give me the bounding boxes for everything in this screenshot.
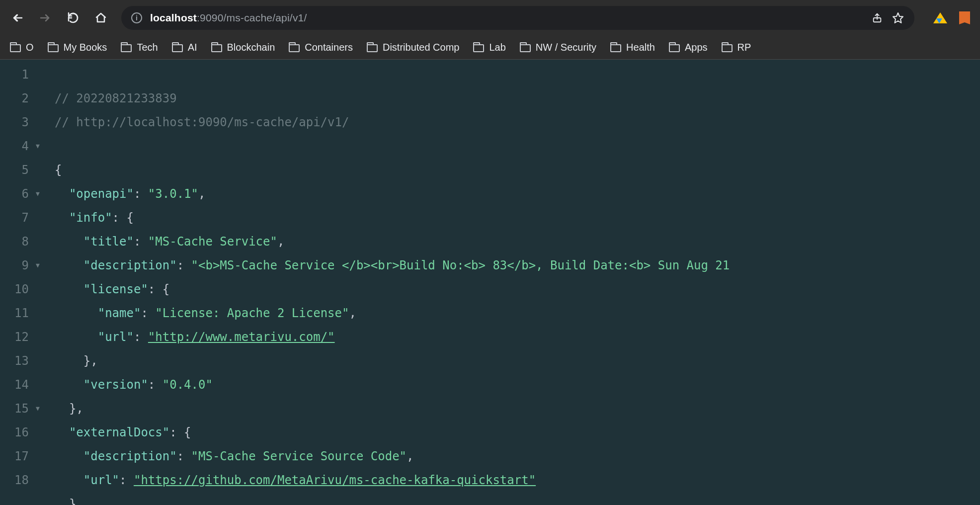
json-key: "description" bbox=[83, 258, 177, 272]
folder-icon bbox=[367, 44, 378, 52]
line-number: 5 bbox=[0, 158, 29, 182]
folder-icon bbox=[610, 44, 621, 52]
json-string: "3.0.1" bbox=[148, 187, 198, 201]
json-string: "0.4.0" bbox=[163, 378, 213, 392]
bookmark-folder[interactable]: NW / Security bbox=[520, 42, 596, 53]
line-number: 6 bbox=[0, 182, 29, 206]
code-brace: }, bbox=[69, 497, 83, 505]
reload-icon bbox=[67, 12, 79, 24]
code-brace: }, bbox=[83, 354, 98, 368]
json-url-link[interactable]: "https://github.com/MetaArivu/ms-cache-k… bbox=[134, 473, 536, 487]
home-button[interactable] bbox=[93, 10, 108, 25]
url-port: :9090 bbox=[197, 12, 224, 23]
bookmark-extension-icon[interactable] bbox=[959, 11, 970, 24]
folder-icon bbox=[669, 44, 680, 52]
share-icon[interactable] bbox=[871, 11, 884, 24]
folder-icon bbox=[289, 44, 300, 52]
browser-toolbar: i localhost:9090/ms-cache/api/v1/ bbox=[0, 0, 980, 36]
site-info-icon[interactable]: i bbox=[131, 12, 142, 23]
json-key: "url" bbox=[83, 473, 119, 487]
bookmark-label: Blockchain bbox=[227, 42, 275, 53]
bookmark-label: My Books bbox=[64, 42, 107, 53]
json-key: "info" bbox=[69, 211, 112, 225]
line-number: 3 bbox=[0, 110, 29, 134]
code-content[interactable]: // 20220821233839 // http://localhost:90… bbox=[50, 60, 730, 505]
json-key: "description" bbox=[83, 449, 177, 463]
url-host: localhost bbox=[150, 12, 197, 23]
extension-icons bbox=[927, 11, 970, 24]
line-number: 14 bbox=[0, 373, 29, 397]
line-number: 13 bbox=[0, 349, 29, 373]
line-number: 17 bbox=[0, 444, 29, 468]
line-number: 4 bbox=[0, 134, 29, 158]
bookmark-folder[interactable]: Blockchain bbox=[211, 42, 275, 53]
fold-toggle-icon[interactable]: ▼ bbox=[36, 134, 50, 158]
reload-button[interactable] bbox=[66, 10, 81, 25]
line-number: 7 bbox=[0, 206, 29, 230]
line-number: 8 bbox=[0, 230, 29, 253]
bookmark-label: Apps bbox=[685, 42, 708, 53]
json-string: "MS-Cache Service Source Code" bbox=[191, 449, 407, 463]
bookmark-label: AI bbox=[188, 42, 197, 53]
bookmark-folder[interactable]: My Books bbox=[48, 42, 107, 53]
bookmark-label: Lab bbox=[489, 42, 505, 53]
bookmark-folder[interactable]: Distributed Comp bbox=[367, 42, 460, 53]
bookmark-label: Tech bbox=[137, 42, 158, 53]
drive-extension-icon[interactable] bbox=[933, 12, 947, 23]
bookmark-label: NW / Security bbox=[536, 42, 596, 53]
json-string: "<b>MS-Cache Service </b><br>Build No:<b… bbox=[191, 258, 730, 272]
arrow-right-icon bbox=[39, 12, 51, 24]
line-number: 1 bbox=[0, 63, 29, 86]
forward-button[interactable] bbox=[38, 10, 53, 25]
bookmark-folder[interactable]: AI bbox=[172, 42, 197, 53]
bookmark-folder[interactable]: Apps bbox=[669, 42, 708, 53]
bookmark-folder[interactable]: Lab bbox=[473, 42, 505, 53]
bookmark-label: Distributed Comp bbox=[383, 42, 460, 53]
folder-icon bbox=[172, 44, 183, 52]
url-text: localhost:9090/ms-cache/api/v1/ bbox=[150, 12, 307, 24]
json-key: "version" bbox=[83, 378, 148, 392]
arrow-left-icon bbox=[11, 12, 23, 24]
folder-icon bbox=[473, 44, 484, 52]
bookmarks-bar: O My Books Tech AI Blockchain Containers… bbox=[0, 36, 980, 60]
bookmark-label: RP bbox=[737, 42, 751, 53]
json-viewer: 1 2 3 4 5 6 7 8 9 10 11 12 13 14 15 16 1… bbox=[0, 60, 980, 505]
fold-toggle-icon[interactable]: ▼ bbox=[36, 253, 50, 277]
folder-icon bbox=[211, 44, 222, 52]
bookmark-folder[interactable]: Tech bbox=[121, 42, 158, 53]
line-number: 11 bbox=[0, 301, 29, 325]
back-button[interactable] bbox=[10, 10, 25, 25]
bookmark-label: Health bbox=[626, 42, 655, 53]
bookmark-label: Containers bbox=[305, 42, 353, 53]
line-number: 10 bbox=[0, 277, 29, 301]
json-key: "title" bbox=[83, 235, 134, 249]
code-comment: // http://localhost:9090/ms-cache/api/v1… bbox=[55, 115, 349, 129]
line-number: 18 bbox=[0, 468, 29, 492]
json-string: "MS-Cache Service" bbox=[148, 235, 277, 249]
bookmark-folder[interactable]: RP bbox=[722, 42, 751, 53]
folder-icon bbox=[121, 44, 132, 52]
line-number: 9 bbox=[0, 253, 29, 277]
line-number: 15 bbox=[0, 397, 29, 421]
fold-toggle-icon[interactable]: ▼ bbox=[36, 397, 50, 421]
url-path: /ms-cache/api/v1/ bbox=[224, 12, 307, 23]
line-number: 2 bbox=[0, 86, 29, 110]
bookmark-label: O bbox=[26, 42, 34, 53]
home-icon bbox=[95, 12, 107, 24]
json-url-link[interactable]: "http://www.metarivu.com/" bbox=[148, 330, 335, 344]
svg-marker-3 bbox=[893, 13, 903, 23]
code-brace: { bbox=[55, 163, 62, 177]
fold-toggle-icon[interactable]: ▼ bbox=[36, 182, 50, 206]
json-key: "openapi" bbox=[69, 187, 134, 201]
folder-icon bbox=[520, 44, 531, 52]
bookmark-folder[interactable]: Health bbox=[610, 42, 655, 53]
bookmark-folder[interactable]: O bbox=[10, 42, 34, 53]
address-bar[interactable]: i localhost:9090/ms-cache/api/v1/ bbox=[121, 6, 914, 30]
json-key: "license" bbox=[83, 282, 148, 296]
bookmark-folder[interactable]: Containers bbox=[289, 42, 353, 53]
json-string: "License: Apache 2 License" bbox=[155, 306, 349, 320]
line-number: 16 bbox=[0, 421, 29, 444]
folder-icon bbox=[10, 44, 21, 52]
folder-icon bbox=[722, 44, 733, 52]
star-icon[interactable] bbox=[892, 11, 904, 24]
